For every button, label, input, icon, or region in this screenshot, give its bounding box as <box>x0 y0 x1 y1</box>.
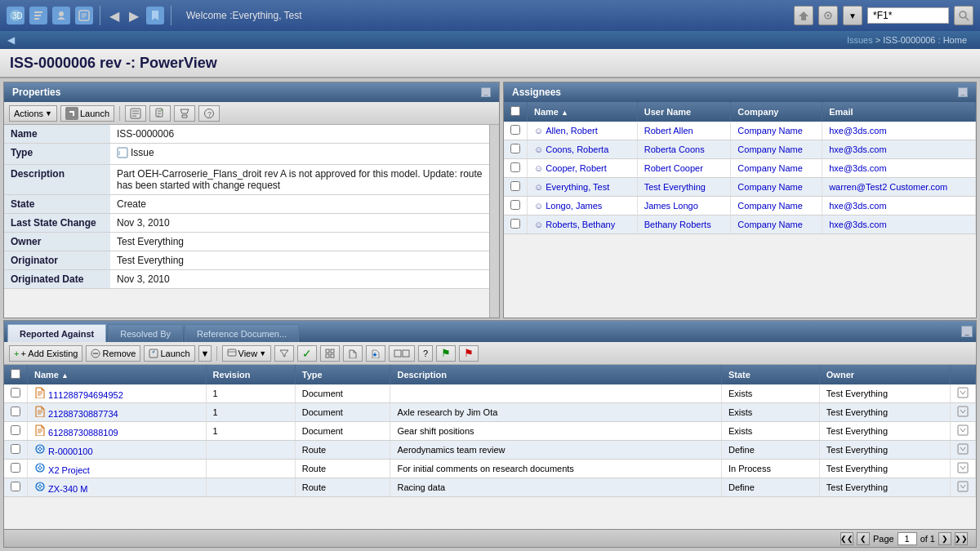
bottom-row-name-link[interactable]: ZX-340 M <box>48 484 87 494</box>
assignee-name-link[interactable]: Roberts, Bethany <box>546 220 615 229</box>
check-icon-btn[interactable]: ✓ <box>297 345 317 362</box>
tab-resolved-by[interactable]: Resolved By <box>108 324 183 342</box>
assignee-checkbox[interactable] <box>510 125 520 135</box>
bottom-col-name[interactable]: Name ▲ <box>28 365 207 384</box>
assignee-company-link[interactable]: Company Name <box>737 144 802 154</box>
assignee-name-link[interactable]: Longo, James <box>546 201 602 211</box>
assignee-checkbox[interactable] <box>510 200 520 210</box>
bottom-row-checkbox[interactable] <box>11 444 20 454</box>
properties-minimize-btn[interactable]: _ <box>481 87 491 97</box>
props-icon-1[interactable] <box>125 105 146 122</box>
bottom-select-all[interactable] <box>11 369 20 379</box>
bottom-row-name-link[interactable]: 21288730887734 <box>48 409 118 419</box>
export-icon-btn[interactable] <box>343 345 363 362</box>
assignee-checkbox[interactable] <box>510 144 520 153</box>
bottom-col-revision[interactable]: Revision <box>206 365 295 384</box>
bottom-row-name-link[interactable]: 111288794694952 <box>48 390 123 400</box>
nav-icon-2[interactable] <box>52 7 70 24</box>
home-icon[interactable] <box>794 6 813 25</box>
grid-icon-btn[interactable] <box>320 345 340 362</box>
assignee-username-link[interactable]: Test Everything <box>644 182 706 192</box>
bookmark-icon[interactable] <box>146 7 164 24</box>
bottom-row-name-link[interactable]: R-0000100 <box>48 447 92 456</box>
filter-icon-btn[interactable] <box>274 345 294 362</box>
bottom-row-action[interactable] <box>951 460 976 478</box>
bottom-col-owner[interactable]: Owner <box>819 365 950 384</box>
add-existing-button[interactable]: + + Add Existing <box>9 345 82 362</box>
actions-button[interactable]: Actions ▼ <box>9 105 57 122</box>
assignee-company-link[interactable]: Company Name <box>737 126 802 136</box>
bottom-col-state[interactable]: State <box>721 365 819 384</box>
assignee-company-link[interactable]: Company Name <box>737 220 802 229</box>
assignee-email-link[interactable]: hxe@3ds.com <box>829 201 886 211</box>
assignee-username-link[interactable]: James Longo <box>644 201 698 211</box>
assignee-username-link[interactable]: Bethany Roberts <box>644 220 711 229</box>
assignee-company-link[interactable]: Company Name <box>737 163 802 173</box>
tab-reported-against[interactable]: Reported Against <box>7 324 106 342</box>
bottom-col-type[interactable]: Type <box>295 365 390 384</box>
page-icon-btn[interactable] <box>389 345 415 362</box>
bottom-row-action[interactable] <box>951 441 976 460</box>
assignees-col-company[interactable]: Company <box>731 102 822 122</box>
bottom-row-action[interactable] <box>951 422 976 441</box>
assignee-checkbox[interactable] <box>510 181 520 191</box>
page-next-btn[interactable]: ❯ <box>938 532 951 545</box>
bottom-row-checkbox[interactable] <box>11 463 20 473</box>
flag-red-btn[interactable]: ⚑ <box>459 345 479 362</box>
tools-dropdown[interactable]: ▼ <box>843 6 862 25</box>
assignees-col-username[interactable]: User Name <box>637 102 731 122</box>
assignee-checkbox[interactable] <box>510 162 520 172</box>
assignee-company-link[interactable]: Company Name <box>737 182 802 192</box>
assignee-username-link[interactable]: Roberta Coons <box>644 144 705 154</box>
nav-icon-1[interactable] <box>29 7 47 24</box>
search-icon[interactable] <box>954 6 973 25</box>
nav-icon-3[interactable] <box>75 7 93 24</box>
props-scrollbar[interactable] <box>489 125 499 318</box>
bottom-row-action[interactable] <box>951 478 976 497</box>
remove-button[interactable]: Remove <box>86 345 140 362</box>
assignee-username-link[interactable]: Robert Cooper <box>644 163 703 173</box>
assignee-email-link[interactable]: hxe@3ds.com <box>829 220 886 229</box>
bottom-row-checkbox[interactable] <box>11 388 20 398</box>
assignee-email-link[interactable]: warren@Test2 Customer.com <box>829 182 947 192</box>
search-input[interactable] <box>867 7 949 24</box>
launch-button[interactable]: Launch <box>60 105 114 122</box>
assignee-name-link[interactable]: Allen, Robert <box>546 126 598 136</box>
bottom-row-action[interactable] <box>951 403 976 422</box>
assignees-minimize-btn[interactable]: _ <box>958 87 968 97</box>
assignee-name-link[interactable]: Cooper, Robert <box>546 163 607 173</box>
assignees-select-all[interactable] <box>510 106 520 116</box>
props-icon-3[interactable] <box>174 105 195 122</box>
props-help-icon[interactable]: ? <box>198 105 220 122</box>
nav-left-arrow[interactable]: ◀ <box>5 34 17 46</box>
bottom-launch-button[interactable]: Launch <box>144 345 194 362</box>
assignee-company-link[interactable]: Company Name <box>737 201 802 211</box>
back-button[interactable]: ◀ <box>107 8 122 24</box>
assignees-col-name[interactable]: Name ▲ <box>528 102 638 122</box>
bottom-dropdown-btn[interactable]: ▼ <box>198 345 212 362</box>
bottom-row-action[interactable] <box>951 384 976 403</box>
page-first-btn[interactable]: ❮❮ <box>840 532 853 545</box>
tools-icon[interactable] <box>818 6 838 25</box>
assignee-email-link[interactable]: hxe@3ds.com <box>829 144 886 154</box>
bottom-row-checkbox[interactable] <box>11 407 20 416</box>
forward-button[interactable]: ▶ <box>127 8 141 24</box>
tabs-minimize-btn[interactable]: _ <box>961 326 973 337</box>
assignee-username-link[interactable]: Robert Allen <box>644 126 693 136</box>
bottom-row-checkbox[interactable] <box>11 482 20 491</box>
assignees-col-email[interactable]: Email <box>822 102 976 122</box>
assignee-email-link[interactable]: hxe@3ds.com <box>829 126 886 136</box>
view-button[interactable]: View ▼ <box>222 345 272 362</box>
assignee-email-link[interactable]: hxe@3ds.com <box>829 163 886 173</box>
assignee-name-link[interactable]: Everything, Test <box>546 182 609 192</box>
bottom-help-btn[interactable]: ? <box>418 345 433 362</box>
assignee-checkbox[interactable] <box>510 219 520 229</box>
page-prev-btn[interactable]: ❮ <box>857 532 870 545</box>
bottom-row-checkbox[interactable] <box>11 425 20 435</box>
page-number-input[interactable] <box>898 532 917 545</box>
bottom-row-name-link[interactable]: 61288730888109 <box>48 428 118 438</box>
props-icon-2[interactable] <box>149 105 171 122</box>
assignee-name-link[interactable]: Coons, Roberta <box>546 144 608 154</box>
bottom-row-name-link[interactable]: X2 Project <box>48 465 90 475</box>
page-last-btn[interactable]: ❯❯ <box>955 532 968 545</box>
